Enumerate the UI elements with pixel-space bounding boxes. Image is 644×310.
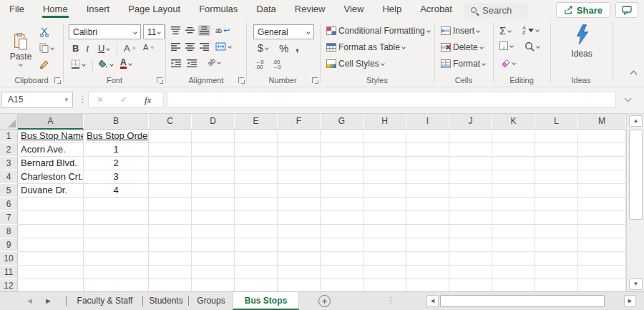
format-dropdown-icon[interactable] <box>482 62 486 66</box>
cell-L3[interactable] <box>535 157 578 170</box>
find-dropdown-icon[interactable] <box>536 44 540 49</box>
cell-G1[interactable] <box>321 130 364 143</box>
next-sheet-icon[interactable]: ► <box>44 296 52 305</box>
cell-I7[interactable] <box>406 211 449 225</box>
menu-tab-help[interactable]: Help <box>373 0 411 19</box>
cell-C1[interactable] <box>149 130 192 143</box>
paste-button[interactable]: Paste <box>6 24 36 75</box>
column-header-E[interactable]: E <box>235 114 278 130</box>
cell-A6[interactable] <box>18 198 84 211</box>
cell-L1[interactable] <box>535 130 578 143</box>
row-header-9[interactable]: 9 <box>0 238 18 252</box>
cell-B6[interactable] <box>84 198 149 211</box>
cell-styles-button[interactable]: Cell Styles <box>326 59 384 69</box>
italic-button[interactable]: I <box>86 43 89 54</box>
alignment-dialog-launcher[interactable] <box>238 77 244 83</box>
row-header-4[interactable]: 4 <box>0 170 18 184</box>
column-header-K[interactable]: K <box>492 114 535 130</box>
cell-I10[interactable] <box>406 252 449 266</box>
cell-C9[interactable] <box>149 238 192 252</box>
cell-D5[interactable] <box>192 184 235 198</box>
menu-tab-acrobat[interactable]: Acrobat <box>411 0 462 19</box>
row-header-3[interactable]: 3 <box>0 157 18 170</box>
cell-K6[interactable] <box>492 198 535 211</box>
cell-L4[interactable] <box>535 170 578 184</box>
cell-M7[interactable] <box>578 211 626 225</box>
menu-tab-insert[interactable]: Insert <box>77 0 119 19</box>
cell-H11[interactable] <box>364 266 406 279</box>
select-all-corner[interactable] <box>0 114 18 130</box>
decrease-font-size-button[interactable]: A˅ <box>143 43 154 52</box>
paste-dropdown-icon[interactable] <box>19 62 23 67</box>
cell-K7[interactable] <box>492 211 535 225</box>
cell-K4[interactable] <box>492 170 535 184</box>
accounting-format-button[interactable]: $ <box>258 42 268 54</box>
column-header-I[interactable]: I <box>406 114 449 130</box>
collapse-ribbon-icon[interactable] <box>630 71 638 78</box>
cell-E3[interactable] <box>235 157 278 170</box>
cell-J10[interactable] <box>449 252 492 266</box>
cell-A12[interactable] <box>18 279 84 291</box>
cell-G12[interactable] <box>321 279 364 291</box>
orientation-button[interactable]: ab <box>208 58 220 66</box>
fill-color-button[interactable] <box>98 59 113 69</box>
underline-dropdown-icon[interactable] <box>107 47 111 51</box>
cell-M2[interactable] <box>578 143 626 157</box>
cell-L2[interactable] <box>535 143 578 157</box>
row-header-5[interactable]: 5 <box>0 184 18 198</box>
number-dialog-launcher[interactable] <box>312 77 318 83</box>
fill-button[interactable]: ↓ <box>499 42 513 50</box>
menu-tab-page-layout[interactable]: Page Layout <box>119 0 190 19</box>
cell-J1[interactable] <box>449 130 492 143</box>
sheet-tab-bus-stops[interactable]: Bus Stops <box>233 292 299 310</box>
cell-B12[interactable] <box>84 279 149 291</box>
cell-F3[interactable] <box>278 157 321 170</box>
column-header-L[interactable]: L <box>535 114 578 130</box>
cell-M8[interactable] <box>578 225 626 238</box>
cell-A1[interactable]: Bus Stop Name <box>18 130 84 143</box>
formula-bar-grip[interactable]: ⋮ <box>78 94 87 105</box>
menu-tab-home[interactable]: Home <box>34 0 77 19</box>
cancel-button[interactable]: × <box>97 92 103 107</box>
delete-dropdown-icon[interactable] <box>479 45 484 49</box>
scroll-down-button[interactable]: ▼ <box>629 278 643 290</box>
cell-F7[interactable] <box>278 211 321 225</box>
cell-H3[interactable] <box>364 157 406 170</box>
cell-E1[interactable] <box>235 130 278 143</box>
cell-I9[interactable] <box>406 238 449 252</box>
autosum-button[interactable]: Σ <box>499 24 511 37</box>
cell-M5[interactable] <box>578 184 626 198</box>
merge-center-button[interactable] <box>215 42 231 51</box>
horizontal-scrollbar-thumb[interactable] <box>440 295 605 307</box>
cell-G7[interactable] <box>321 211 364 225</box>
formula-input[interactable] <box>167 92 616 108</box>
search-input[interactable]: Search <box>464 3 528 17</box>
cell-I3[interactable] <box>406 157 449 170</box>
cell-C6[interactable] <box>149 198 192 211</box>
cell-J12[interactable] <box>449 279 492 291</box>
cell-C12[interactable] <box>149 279 192 291</box>
row-header-12[interactable]: 12 <box>0 279 18 291</box>
cell-B10[interactable] <box>84 252 149 266</box>
cell-F4[interactable] <box>278 170 321 184</box>
cell-J2[interactable] <box>449 143 492 157</box>
cell-B3[interactable]: 2 <box>84 157 149 170</box>
font-dialog-launcher[interactable] <box>157 77 162 83</box>
number-format-combo[interactable]: General <box>253 24 314 39</box>
insert-function-button[interactable]: fx <box>145 92 151 107</box>
cell-C7[interactable] <box>149 211 192 225</box>
cell-K3[interactable] <box>492 157 535 170</box>
cell-F10[interactable] <box>278 252 321 266</box>
comments-button[interactable] <box>615 2 638 18</box>
insert-cells-button[interactable]: Insert <box>441 26 479 36</box>
cell-L5[interactable] <box>535 184 578 198</box>
cell-B11[interactable] <box>84 266 149 279</box>
align-top-button[interactable] <box>171 26 180 34</box>
cell-I11[interactable] <box>406 266 449 279</box>
cell-C5[interactable] <box>149 184 192 198</box>
cell-C8[interactable] <box>149 225 192 238</box>
borders-button[interactable] <box>71 59 85 69</box>
cell-H4[interactable] <box>364 170 406 184</box>
align-center-button[interactable] <box>185 43 195 51</box>
ideas-button[interactable]: Ideas <box>565 24 598 59</box>
